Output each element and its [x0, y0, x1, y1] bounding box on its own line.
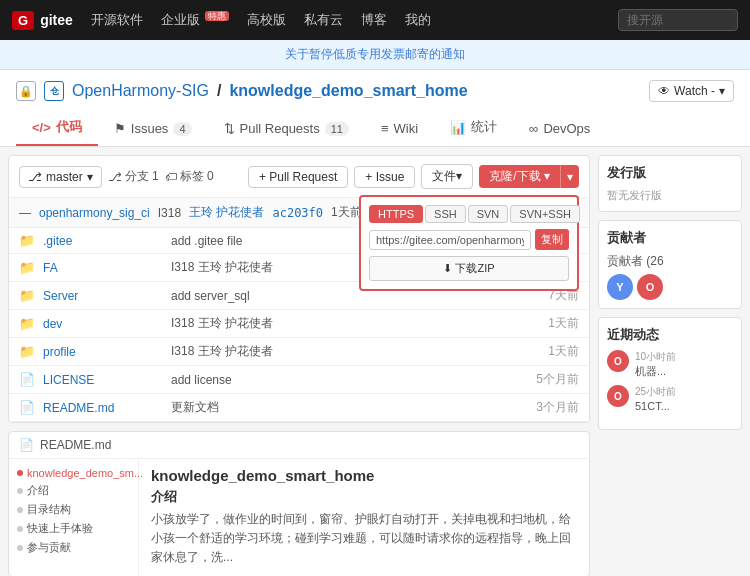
file-icon: 📄 [19, 400, 35, 415]
file-name-server[interactable]: Server [43, 289, 163, 303]
toc-dot-empty [17, 507, 23, 513]
contributors-count: 贡献者 (26 [607, 253, 733, 270]
tab-wiki[interactable]: ≡ Wiki [365, 113, 434, 146]
commit-author[interactable]: 王玲 护花使者 [189, 204, 264, 221]
pr-icon: ⇅ [224, 121, 235, 136]
toc-item-intro[interactable]: 介绍 [17, 483, 130, 498]
tag-icon: 🏷 [165, 170, 177, 184]
contributors-title: 贡献者 [607, 229, 733, 247]
tab-issues[interactable]: ⚑ Issues 4 [98, 113, 208, 146]
file-time-license: 5个月前 [519, 371, 579, 388]
tab-code[interactable]: </> 代码 [16, 110, 98, 146]
chevron-down-icon: ▾ [719, 84, 725, 98]
file-name-license[interactable]: LICENSE [43, 373, 163, 387]
file-commit-dev: I318 王玲 护花使者 [171, 315, 511, 332]
clone-protocol-tabs: HTTPS SSH SVN SVN+SSH [369, 205, 569, 223]
folder-icon: 📁 [19, 260, 35, 275]
repo-header: 🔒 仓 OpenHarmony-SIG / knowledge_demo_sma… [0, 70, 750, 147]
nav-item-opensource[interactable]: 开源软件 [91, 11, 143, 29]
file-name-dev[interactable]: dev [43, 317, 163, 331]
clone-popup-box: HTTPS SSH SVN SVN+SSH 复制 ⬇ 下载ZIP [359, 195, 579, 291]
tab-pullrequests[interactable]: ⇅ Pull Requests 11 [208, 113, 365, 146]
tab-devops[interactable]: ∞ DevOps [513, 113, 606, 146]
logo-icon: G [12, 11, 34, 30]
repo-owner[interactable]: OpenHarmony-SIG [72, 82, 209, 100]
repo-toolbar: ⎇ master ▾ ⎇ 分支 1 🏷 标签 0 + Pull Request … [9, 156, 589, 198]
file-row: 📄 LICENSE add license 5个月前 [9, 366, 589, 394]
repo-title: 🔒 仓 OpenHarmony-SIG / knowledge_demo_sma… [16, 81, 468, 101]
clone-dropdown-arrow[interactable]: ▾ [560, 165, 579, 188]
issue-button[interactable]: + Issue [354, 166, 415, 188]
commit-ci[interactable]: openharmony_sig_ci [39, 206, 150, 220]
clone-tab-ssh[interactable]: SSH [425, 205, 466, 223]
readme-body: knowledge_demo_sm... 介绍 目录结构 快速上手体验 [9, 459, 589, 576]
branch-selector[interactable]: ⎇ master ▾ [19, 166, 102, 188]
readme-header: 📄 README.md [9, 432, 589, 459]
clone-button-main[interactable]: 克隆/下载 ▾ [479, 165, 560, 188]
file-commit-readme: 更新文档 [171, 399, 511, 416]
commit-hash[interactable]: ac203f0 [272, 206, 323, 220]
clone-url-input[interactable] [369, 230, 531, 250]
file-time-dev: 1天前 [519, 315, 579, 332]
wiki-icon: ≡ [381, 121, 389, 136]
issues-icon: ⚑ [114, 121, 126, 136]
main-content: ⎇ master ▾ ⎇ 分支 1 🏷 标签 0 + Pull Request … [0, 147, 750, 576]
contributors-section: 贡献者 贡献者 (26 Y O [598, 220, 742, 309]
download-zip-button[interactable]: ⬇ 下载ZIP [369, 256, 569, 281]
nav-item-private[interactable]: 私有云 [304, 11, 343, 29]
toc-item-contribute[interactable]: 参与贡献 [17, 540, 130, 555]
logo-text: gitee [40, 12, 73, 28]
nav-item-enterprise[interactable]: 企业版 特惠 [161, 10, 230, 29]
tab-stats[interactable]: 📊 统计 [434, 110, 513, 146]
activity-item: O 10小时前 机器... [607, 350, 733, 379]
notice-banner[interactable]: 关于暂停低质专用发票邮寄的通知 [0, 40, 750, 70]
toc-item-structure[interactable]: 目录结构 [17, 502, 130, 517]
stats-icon: 📊 [450, 120, 466, 135]
pull-request-button[interactable]: + Pull Request [248, 166, 348, 188]
file-name-gitee[interactable]: .gitee [43, 234, 163, 248]
logo[interactable]: G gitee [12, 11, 73, 30]
activity-avatar-1[interactable]: O [607, 350, 629, 372]
nav-item-my[interactable]: 我的 [405, 11, 431, 29]
commit-time: 1天前 [331, 204, 362, 221]
activity-item: O 25小时前 51CT... [607, 385, 733, 414]
file-name-profile[interactable]: profile [43, 345, 163, 359]
toc-item-quickstart[interactable]: 快速上手体验 [17, 521, 130, 536]
watch-button[interactable]: 👁 Watch - ▾ [649, 80, 734, 102]
file-name-fa[interactable]: FA [43, 261, 163, 275]
releases-text: 暂无发行版 [607, 188, 733, 203]
file-browser: ⎇ master ▾ ⎇ 分支 1 🏷 标签 0 + Pull Request … [8, 155, 590, 423]
file-time-readme: 3个月前 [519, 399, 579, 416]
toc-dot-empty [17, 488, 23, 494]
toc-item-title[interactable]: knowledge_demo_sm... [17, 467, 130, 479]
code-icon: </> [32, 120, 51, 135]
readme-section: 📄 README.md knowledge_demo_sm... 介绍 目录 [8, 431, 590, 576]
nav-item-blog[interactable]: 博客 [361, 11, 387, 29]
clone-url-row: 复制 [369, 229, 569, 250]
toc-dot-empty [17, 526, 23, 532]
copy-url-button[interactable]: 复制 [535, 229, 569, 250]
contributor-avatar-o[interactable]: O [637, 274, 663, 300]
files-button[interactable]: 文件▾ [421, 164, 473, 189]
nav-item-university[interactable]: 高校版 [247, 11, 286, 29]
branch-chevron-icon: ▾ [87, 170, 93, 184]
tag-count: 🏷 标签 0 [165, 168, 214, 185]
folder-icon: 📁 [19, 344, 35, 359]
clone-tab-svn[interactable]: SVN [468, 205, 509, 223]
repo-separator: / [217, 82, 221, 100]
repo-name[interactable]: knowledge_demo_smart_home [229, 82, 467, 100]
file-row: 📁 profile I318 王玲 护花使者 1天前 [9, 338, 589, 366]
right-sidebar: 发行版 暂无发行版 贡献者 贡献者 (26 Y O 近期动态 O 10小时前 机… [590, 147, 750, 430]
readme-intro-text: 小孩放学了，做作业的时间到，窗帘、护眼灯自动打开，关掉电视和扫地机，给小孩一个舒… [151, 510, 577, 568]
commit-dash: — [19, 206, 31, 220]
clone-tab-svnplusssh[interactable]: SVN+SSH [510, 205, 580, 223]
contributor-avatar-y[interactable]: Y [607, 274, 633, 300]
activity-avatar-2[interactable]: O [607, 385, 629, 407]
issues-count: 4 [173, 122, 191, 136]
clone-tab-https[interactable]: HTTPS [369, 205, 423, 223]
search-input[interactable] [618, 9, 738, 31]
file-icon: 📄 [19, 372, 35, 387]
folder-icon: 📁 [19, 288, 35, 303]
activity-text-2: 25小时前 51CT... [635, 385, 676, 414]
file-name-readme[interactable]: README.md [43, 401, 163, 415]
